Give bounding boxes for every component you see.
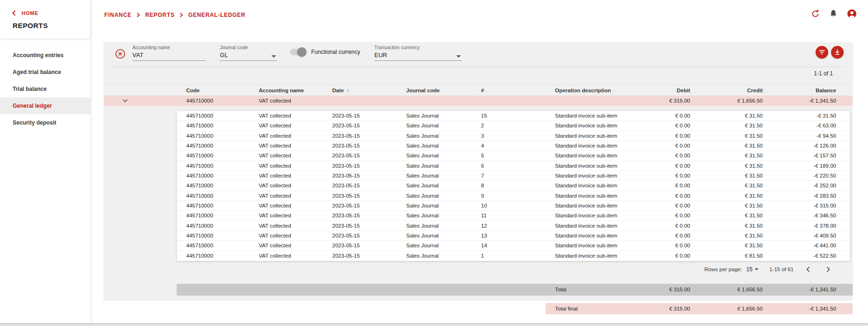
table-row[interactable]: 445710000 VAT collected 2023-05-15 Sales… — [177, 251, 850, 261]
table-row[interactable]: 445710000 VAT collected 2023-05-15 Sales… — [177, 151, 850, 161]
clear-filters-icon[interactable] — [115, 49, 125, 59]
column-header-balance[interactable]: Balance — [766, 85, 853, 96]
total-final-debit: € 315.00 — [648, 303, 694, 314]
chevron-left-icon — [12, 10, 16, 16]
table-row[interactable]: 445710000 VAT collected 2023-05-15 Sales… — [177, 221, 850, 231]
table-row[interactable]: 445710000 VAT collected 2023-05-15 Sales… — [177, 241, 850, 251]
column-header-credit[interactable]: Credit — [694, 85, 766, 96]
table-row[interactable]: 445710000 VAT collected 2023-05-15 Sales… — [177, 121, 850, 131]
cell-operation-description: Standard invoice sub-item — [546, 211, 648, 220]
table-row[interactable]: 445710000 VAT collected 2023-05-15 Sales… — [177, 161, 850, 171]
cell-date: 2023-05-15 — [323, 111, 397, 120]
download-button[interactable] — [831, 46, 844, 59]
cell-balance: -€ 409.50 — [766, 231, 850, 240]
column-header-journal-code[interactable]: Journal code — [397, 85, 472, 96]
group-row[interactable]: 445710000 VAT collected € 315.00 € 1,656… — [104, 96, 853, 106]
cell-date: 2023-05-15 — [323, 201, 397, 210]
table-row[interactable]: 445710000 VAT collected 2023-05-15 Sales… — [177, 141, 850, 151]
cell-date: 2023-05-15 — [323, 171, 397, 180]
sidebar-item-aged-trial-balance[interactable]: Aged trial balance — [0, 64, 90, 81]
cell-operation-description: Standard invoice sub-item — [546, 111, 648, 120]
cell-code: 445710000 — [177, 111, 249, 120]
cell-operation-description: Standard invoice sub-item — [546, 221, 648, 230]
cell-number: 2 — [472, 121, 546, 130]
cell-debit: € 0.00 — [648, 251, 694, 261]
total-debit: € 315.00 — [648, 284, 694, 295]
cell-operation-description: Standard invoice sub-item — [546, 191, 648, 200]
account-icon[interactable] — [846, 8, 857, 19]
breadcrumb-general-ledger[interactable]: GENERAL-LEDGER — [188, 12, 245, 18]
cell-journal-code: Sales Journal — [397, 151, 472, 160]
column-header-accounting-name[interactable]: Accounting name — [249, 85, 323, 96]
cell-credit: € 31.50 — [694, 211, 766, 220]
result-count: 1-1 of 1 — [814, 70, 833, 77]
sidebar-item-general-ledger[interactable]: General ledger — [0, 97, 90, 114]
cell-number: 7 — [472, 171, 546, 180]
journal-code-select[interactable]: Journal code GL — [220, 45, 277, 61]
breadcrumb-reports[interactable]: REPORTS — [145, 12, 175, 18]
notifications-bell-icon[interactable] — [828, 8, 839, 19]
cell-date: 2023-05-15 — [323, 151, 397, 160]
previous-page-button[interactable] — [802, 264, 814, 275]
table-row[interactable]: 445710000 VAT collected 2023-05-15 Sales… — [177, 211, 850, 221]
cell-credit: € 31.50 — [694, 231, 766, 240]
cell-debit: € 0.00 — [648, 191, 694, 200]
dropdown-arrow-icon — [456, 55, 461, 58]
sidebar-item-trial-balance[interactable]: Trial balance — [0, 81, 90, 97]
rows-per-page-select[interactable]: 15 — [746, 266, 759, 273]
cell-journal-code: Sales Journal — [397, 241, 472, 250]
sidebar-item-security-deposit[interactable]: Security deposit — [0, 114, 90, 131]
table-row[interactable]: 445710000 VAT collected 2023-05-15 Sales… — [177, 201, 850, 211]
table-row[interactable]: 445710000 VAT collected 2023-05-15 Sales… — [177, 131, 850, 141]
cell-accounting-name: VAT collected — [249, 131, 323, 141]
cell-accounting-name: VAT collected — [249, 201, 323, 210]
column-header-debit[interactable]: Debit — [648, 85, 694, 96]
collapse-chevron-icon[interactable] — [104, 96, 177, 106]
group-balance: -€ 1,341.50 — [766, 96, 853, 106]
dropdown-arrow-icon — [755, 268, 759, 270]
accounting-name-input[interactable] — [132, 52, 206, 59]
cell-journal-code: Sales Journal — [397, 121, 472, 130]
transaction-currency-select[interactable]: Transaction currency EUR — [374, 45, 462, 61]
table-row[interactable]: 445710000 VAT collected 2023-05-15 Sales… — [177, 181, 850, 191]
column-header-operation-description[interactable]: Operation description — [546, 85, 648, 96]
cell-credit: € 31.50 — [694, 191, 766, 200]
column-header-date[interactable]: Date ↑ — [323, 85, 397, 96]
home-back-link[interactable]: HOME — [12, 10, 38, 16]
cell-code: 445710000 — [177, 121, 249, 130]
cell-date: 2023-05-15 — [323, 131, 397, 141]
refresh-icon[interactable] — [810, 8, 820, 19]
cell-number: 4 — [472, 141, 546, 150]
cell-number: 9 — [472, 191, 546, 200]
next-page-button[interactable] — [823, 264, 834, 275]
total-balance: -€ 1,341.50 — [766, 284, 853, 295]
table-header: Code Accounting name Date ↑ Journal code… — [104, 84, 853, 96]
cell-date: 2023-05-15 — [323, 141, 397, 150]
cell-date: 2023-05-15 — [323, 191, 397, 200]
cell-journal-code: Sales Journal — [397, 221, 472, 230]
table-row[interactable]: 445710000 VAT collected 2023-05-15 Sales… — [177, 231, 850, 241]
cell-debit: € 0.00 — [648, 221, 694, 230]
cell-number: 11 — [472, 211, 546, 220]
cell-operation-description: Standard invoice sub-item — [546, 171, 648, 180]
filter-button[interactable] — [816, 46, 828, 59]
total-credit: € 1,656.50 — [694, 284, 766, 295]
column-header-number[interactable]: # — [472, 85, 546, 96]
functional-currency-toggle-wrap: Functional currency — [290, 49, 360, 55]
functional-currency-label: Functional currency — [311, 49, 360, 55]
total-final-row: Total final € 315.00 € 1,656.50 -€ 1,341… — [546, 303, 853, 314]
cell-journal-code: Sales Journal — [397, 211, 472, 220]
table-row[interactable]: 445710000 VAT collected 2023-05-15 Sales… — [177, 191, 850, 201]
transaction-currency-label: Transaction currency — [374, 45, 462, 50]
cell-debit: € 0.00 — [648, 201, 694, 210]
journal-code-value: GL — [220, 50, 277, 59]
column-header-code[interactable]: Code — [177, 85, 249, 96]
breadcrumb-finance[interactable]: FINANCE — [104, 12, 131, 18]
table-row[interactable]: 445710000 VAT collected 2023-05-15 Sales… — [177, 111, 850, 121]
cell-number: 1 — [472, 251, 546, 261]
table-row[interactable]: 445710000 VAT collected 2023-05-15 Sales… — [177, 171, 850, 181]
cell-journal-code: Sales Journal — [397, 181, 472, 190]
cell-number: 14 — [472, 241, 546, 250]
sidebar-item-accounting-entries[interactable]: Accounting entries — [0, 47, 90, 64]
functional-currency-toggle[interactable] — [290, 49, 306, 55]
